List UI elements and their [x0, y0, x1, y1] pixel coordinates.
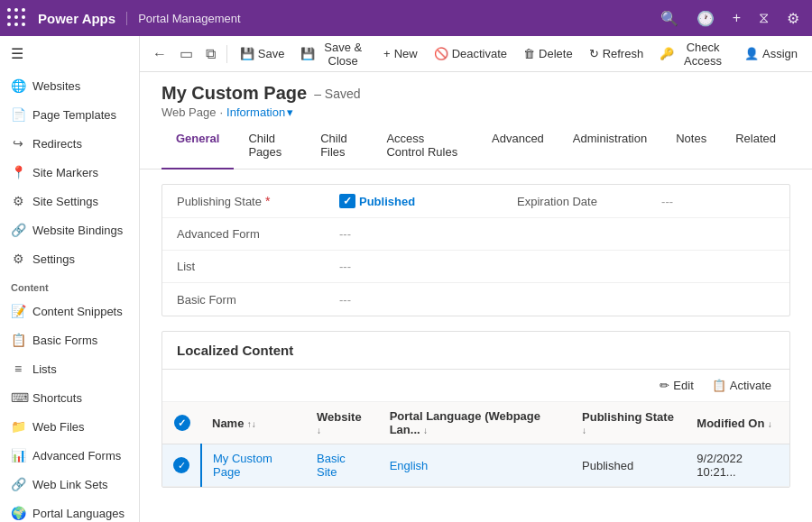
- published-icon: ✓: [339, 194, 355, 208]
- tab-access-control-rules[interactable]: Access Control Rules: [372, 123, 477, 169]
- check-access-icon: 🔑: [660, 47, 674, 60]
- name-sort-icon: ↑↓: [247, 419, 256, 429]
- save-label: Save: [258, 47, 285, 60]
- sidebar-item-web-files[interactable]: 📁 Web Files: [0, 412, 139, 441]
- check-access-label: Check Access: [678, 41, 728, 68]
- row-website-cell: Basic Site: [306, 444, 379, 487]
- sidebar-item-web-link-sets[interactable]: 🔗 Web Link Sets: [0, 470, 139, 499]
- deactivate-button[interactable]: 🚫 Deactivate: [427, 43, 514, 64]
- refresh-button[interactable]: ↻ Refresh: [582, 43, 651, 64]
- filter-icon[interactable]: ⧖: [753, 10, 774, 26]
- advanced-form-value: ---: [339, 227, 351, 241]
- save-close-button[interactable]: 💾 Save & Close: [293, 37, 374, 71]
- sidebar-item-site-settings[interactable]: ⚙ Site Settings: [0, 187, 139, 215]
- delete-button[interactable]: 🗑 Delete: [516, 43, 580, 64]
- advanced-forms-icon: 📊: [11, 448, 25, 462]
- table-row[interactable]: ✓ My Custom Page Basic Site English: [162, 444, 789, 487]
- sidebar-item-portal-languages[interactable]: 🌍 Portal Languages: [0, 499, 139, 522]
- back-button[interactable]: ←: [147, 42, 172, 66]
- localized-content-title: Localized Content: [177, 343, 293, 358]
- list-label: List: [177, 260, 339, 273]
- form-view-button[interactable]: ▭: [174, 41, 198, 66]
- localized-content-toolbar: ✏ Edit 📋 Activate: [162, 370, 789, 402]
- app-grid-icon[interactable]: [7, 8, 27, 28]
- save-button[interactable]: 💾 Save: [233, 43, 292, 64]
- activate-button[interactable]: 📋 Activate: [705, 375, 779, 396]
- header-check-icon[interactable]: ✓: [174, 415, 190, 431]
- sidebar-item-advanced-forms[interactable]: 📊 Advanced Forms: [0, 441, 139, 470]
- advanced-form-row: Advanced Form ---: [162, 218, 789, 251]
- tab-advanced[interactable]: Advanced: [477, 123, 558, 169]
- hamburger-icon[interactable]: ☰: [0, 36, 139, 71]
- sidebar-item-website-bindings-label: Website Bindings: [32, 224, 123, 237]
- row-name-cell[interactable]: My Custom Page: [201, 444, 306, 487]
- sidebar-item-redirects[interactable]: ↪ Redirects: [0, 129, 139, 158]
- table-header-checkbox: ✓: [162, 402, 201, 444]
- sidebar-item-advanced-forms-label: Advanced Forms: [32, 449, 121, 462]
- site-settings-icon: ⚙: [11, 194, 25, 208]
- site-markers-icon: 📍: [11, 165, 25, 179]
- page-templates-icon: 📄: [11, 107, 25, 122]
- subtitle-view[interactable]: Information ▾: [226, 105, 293, 119]
- row-website-link[interactable]: Basic Site: [317, 452, 346, 479]
- settings-icon[interactable]: ⚙: [781, 10, 805, 27]
- tab-related[interactable]: Related: [721, 123, 790, 169]
- publishing-state-sort-icon: ↓: [582, 426, 586, 435]
- deactivate-icon: 🚫: [434, 47, 448, 60]
- row-language-cell: English: [379, 444, 571, 487]
- table-header-language[interactable]: Portal Language (Webpage Lan... ↓: [379, 402, 571, 444]
- basic-form-row: Basic Form ---: [162, 283, 789, 316]
- shortcuts-icon: ⌨: [11, 390, 25, 405]
- row-modified-on-cell: 9/2/2022 10:21...: [686, 444, 789, 487]
- required-star: *: [265, 194, 270, 208]
- tab-child-pages[interactable]: Child Pages: [234, 123, 306, 169]
- sidebar-item-settings[interactable]: ⚙ Settings: [0, 244, 139, 273]
- sidebar-item-websites[interactable]: 🌐 Websites: [0, 71, 139, 100]
- new-button[interactable]: + New: [376, 43, 425, 64]
- sidebar-item-redirects-label: Redirects: [32, 137, 82, 151]
- row-language-link[interactable]: English: [390, 459, 429, 472]
- tab-administration[interactable]: Administration: [558, 123, 661, 169]
- sidebar-item-website-bindings[interactable]: 🔗 Website Bindings: [0, 215, 139, 244]
- sidebar-item-basic-forms[interactable]: 📋 Basic Forms: [0, 325, 139, 354]
- sidebar-item-site-markers[interactable]: 📍 Site Markers: [0, 158, 139, 187]
- deactivate-label: Deactivate: [452, 47, 507, 60]
- form-content: Publishing State * ✓ Published Expiratio…: [140, 169, 812, 522]
- search-icon[interactable]: 🔍: [655, 10, 684, 27]
- tab-notes[interactable]: Notes: [661, 123, 721, 169]
- table-header-modified-on[interactable]: Modified On ↓: [686, 402, 789, 444]
- sidebar-item-shortcuts[interactable]: ⌨ Shortcuts: [0, 383, 139, 412]
- list-row: List ---: [162, 251, 789, 283]
- tab-child-files[interactable]: Child Files: [306, 123, 372, 169]
- sidebar-item-lists[interactable]: ≡ Lists: [0, 354, 139, 383]
- basic-form-value: ---: [339, 293, 351, 307]
- save-icon: 💾: [240, 47, 254, 60]
- window-button[interactable]: ⧉: [200, 42, 221, 66]
- table-header-website[interactable]: Website ↓: [306, 402, 379, 444]
- check-access-button[interactable]: 🔑 Check Access: [652, 37, 735, 71]
- assign-label: Assign: [762, 47, 798, 60]
- row-checkbox[interactable]: ✓: [162, 444, 201, 487]
- sidebar-item-basic-forms-label: Basic Forms: [32, 334, 97, 347]
- sidebar-item-page-templates[interactable]: 📄 Page Templates: [0, 100, 139, 129]
- publishing-state-value[interactable]: ✓ Published: [339, 194, 415, 208]
- refresh-label: Refresh: [603, 47, 644, 60]
- table-header-publishing-state[interactable]: Publishing State ↓: [571, 402, 686, 444]
- sidebar-item-websites-label: Websites: [32, 79, 80, 93]
- tab-general[interactable]: General: [161, 123, 234, 169]
- advanced-form-label: Advanced Form: [177, 227, 339, 241]
- toolbar-divider-1: [226, 45, 227, 63]
- top-nav: Power Apps Portal Management 🔍 🕐 + ⧖ ⚙: [0, 0, 812, 36]
- row-name-link[interactable]: My Custom Page: [213, 452, 272, 479]
- app-name: Power Apps: [38, 11, 115, 26]
- assign-button[interactable]: 👤 Assign: [737, 43, 805, 64]
- new-label: New: [394, 47, 418, 60]
- redirects-icon: ↪: [11, 136, 25, 151]
- sidebar-item-content-snippets[interactable]: 📝 Content Snippets: [0, 297, 139, 325]
- assign-icon: 👤: [744, 47, 759, 60]
- edit-button[interactable]: ✏ Edit: [652, 375, 700, 396]
- add-icon[interactable]: +: [727, 10, 746, 26]
- recent-icon[interactable]: 🕐: [691, 10, 720, 27]
- localized-content-header: Localized Content: [162, 332, 789, 370]
- table-header-name[interactable]: Name ↑↓: [201, 402, 306, 444]
